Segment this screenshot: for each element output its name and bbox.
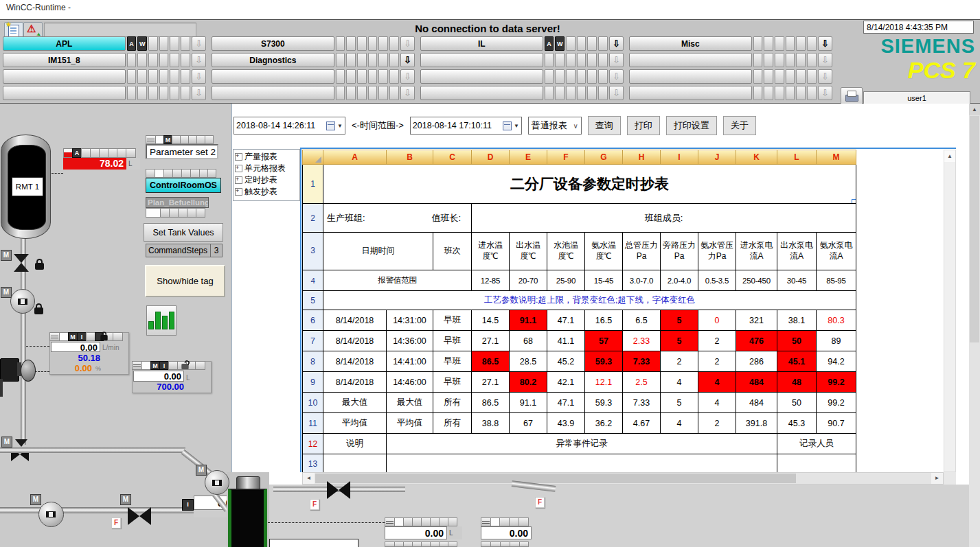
plan-befuellung-label: Plan_Befuellung	[146, 197, 209, 208]
tank-level-unit: L	[126, 158, 140, 170]
motor-badge: M	[1, 250, 12, 261]
bottom-widget-buttons	[385, 517, 462, 526]
motor-badge: M	[196, 465, 207, 476]
bottom-volume-unit: L	[447, 526, 462, 539]
flow-badge: F	[111, 517, 121, 528]
lock-icon	[34, 307, 43, 314]
valve-icon[interactable]	[14, 263, 29, 272]
volume-unit: L	[186, 374, 190, 382]
dosing-tank[interactable]	[228, 489, 267, 547]
valve-icon[interactable]	[15, 439, 27, 447]
flow-badge: F	[310, 499, 319, 510]
flow-widget-buttons: MI	[49, 332, 128, 341]
bottom-widget-buttons	[481, 517, 532, 526]
internal-mode-button[interactable]: I	[159, 361, 169, 370]
faceplate-icon[interactable]	[481, 517, 491, 526]
flow-setpoint[interactable]: 50.18	[51, 353, 100, 363]
flow-unit: L/min	[102, 344, 119, 351]
motor-badge: M	[1, 287, 12, 298]
bar-chart-icon	[148, 312, 174, 329]
command-steps-widget: CommandSteps 3	[146, 244, 223, 257]
command-steps-label: CommandSteps	[146, 244, 211, 257]
pipe	[0, 447, 185, 453]
manual-mode-button[interactable]: M	[68, 332, 78, 341]
connector-line	[52, 173, 63, 174]
pipe	[512, 480, 556, 492]
tank-label: RMT 1	[12, 177, 43, 196]
internal-mode-button[interactable]: I	[77, 332, 87, 341]
motor-badge: M	[30, 494, 41, 505]
connector-line	[26, 346, 49, 347]
flow-value[interactable]: 0.00	[51, 342, 100, 352]
set-tank-values-button[interactable]: Set Tank Values	[144, 223, 223, 242]
faceplate-icon[interactable]	[132, 361, 142, 370]
acknowledge-button[interactable]: A	[72, 148, 82, 158]
controlroom-widget-buttons	[146, 169, 221, 178]
valve-icon[interactable]	[339, 481, 350, 499]
faceplate-trend-button[interactable]	[146, 305, 176, 336]
valve-icon[interactable]	[139, 507, 151, 525]
volume-widget-buttons: MI	[132, 361, 210, 370]
lock-icon	[35, 263, 44, 270]
pump-icon[interactable]	[38, 502, 64, 527]
bottom-value[interactable]: 0.00	[481, 526, 532, 539]
controlroomos-button[interactable]: ControlRoomOS	[146, 178, 221, 193]
flow-percent-unit: %	[95, 365, 101, 372]
lock-icon	[100, 335, 107, 340]
plan-widget-buttons	[146, 208, 209, 218]
pump-icon[interactable]	[205, 470, 229, 495]
valve-icon[interactable]	[327, 481, 339, 499]
pump-icon[interactable]	[10, 289, 35, 314]
faceplate-icon[interactable]	[385, 517, 395, 526]
valve-icon[interactable]	[128, 507, 139, 525]
level-widget-buttons: A	[63, 148, 140, 158]
flow-badge: F	[535, 497, 545, 508]
manual-mode-button[interactable]: M	[150, 361, 160, 370]
dosing-motor[interactable]	[0, 358, 19, 382]
alarm-indicator-icon	[63, 148, 73, 158]
command-steps-value: 3	[211, 244, 222, 257]
flow-percent: 0.00	[51, 363, 92, 373]
show-hide-tag-button[interactable]: Show/hide tag	[145, 265, 225, 297]
dosing-pump-icon[interactable]	[21, 360, 36, 382]
tank-level-value[interactable]: 78.02	[63, 158, 126, 170]
bottom-volume-value[interactable]: 0.00	[385, 526, 447, 539]
volume-value[interactable]: 0.00	[133, 371, 184, 382]
internal-mode-button[interactable]: I	[182, 499, 194, 511]
parameter-set-field[interactable]: Parameter set 2	[146, 144, 218, 159]
motor-badge: M	[1, 437, 12, 447]
volume-setpoint[interactable]: 700.00	[133, 382, 184, 392]
connector-line	[268, 522, 385, 523]
faceplate-icon[interactable]	[49, 332, 60, 341]
motor-badge: M	[120, 494, 131, 505]
tank-label-box	[269, 539, 358, 547]
valve-icon[interactable]	[14, 254, 29, 263]
unlock-icon	[181, 364, 188, 369]
param-widget-buttons: M	[146, 135, 218, 144]
wincc-runtime-window: WinCC-Runtime - No connection to data se…	[0, 0, 980, 547]
process-graphics: RMT 1 A 78.02 L M Parameter set 2 Contro…	[0, 0, 980, 547]
faceplate-icon[interactable]	[146, 135, 156, 144]
